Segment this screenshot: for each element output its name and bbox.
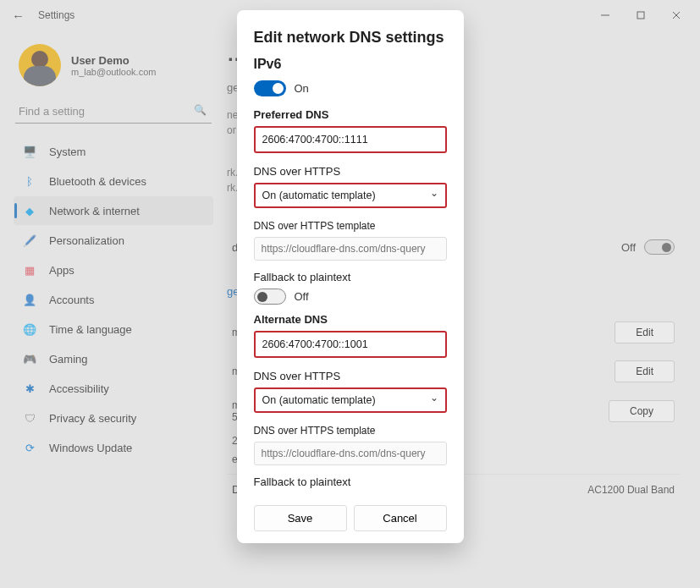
cancel-button[interactable]: Cancel xyxy=(354,505,447,531)
fallback-toggle-1[interactable] xyxy=(254,289,286,305)
doh-template-label-2: DNS over HTTPS template xyxy=(254,425,447,437)
alternate-dns-label: Alternate DNS xyxy=(254,313,447,326)
doh-template-input-1 xyxy=(254,237,447,261)
ipv6-toggle[interactable] xyxy=(254,80,286,96)
doh-select-1[interactable] xyxy=(254,183,447,208)
fallback-label-1: Fallback to plaintext xyxy=(254,271,447,283)
ipv6-heading: IPv6 xyxy=(254,57,447,72)
doh-template-label-1: DNS over HTTPS template xyxy=(254,220,447,232)
doh-select-2[interactable] xyxy=(254,387,447,413)
save-button[interactable]: Save xyxy=(254,505,347,531)
doh-label-1: DNS over HTTPS xyxy=(254,165,447,178)
doh-template-input-2 xyxy=(254,442,447,465)
alternate-dns-input[interactable] xyxy=(254,331,447,358)
doh-label-2: DNS over HTTPS xyxy=(254,370,447,382)
fallback-label-2: Fallback to plaintext xyxy=(254,475,447,488)
preferred-dns-label: Preferred DNS xyxy=(254,108,447,121)
dns-settings-dialog: Edit network DNS settings IPv6 On Prefer… xyxy=(237,10,464,543)
dialog-title: Edit network DNS settings xyxy=(254,29,447,47)
preferred-dns-input[interactable] xyxy=(254,126,447,153)
